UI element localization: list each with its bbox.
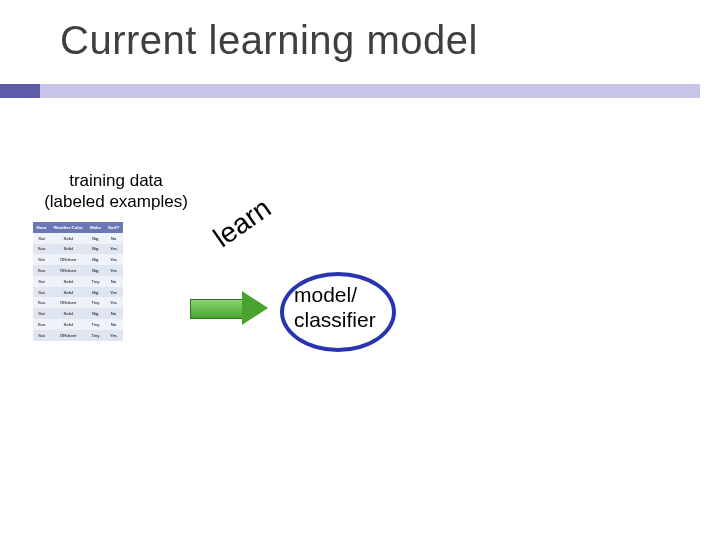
table-cell: Sun <box>33 297 50 308</box>
table-row: SunSolidBigYes <box>33 244 123 255</box>
table-cell: Tiny <box>86 319 104 330</box>
table-cell: Solid <box>50 319 86 330</box>
table-cell: Solid <box>50 244 86 255</box>
learn-label: learn <box>208 192 277 254</box>
table-row: SunOffshoreBigYes <box>33 265 123 276</box>
table-body: SatSolidBigNoSunSolidBigYesSatOffshoreBi… <box>33 233 123 341</box>
table-cell: Tiny <box>86 276 104 287</box>
th-1: Weather Color <box>50 222 86 233</box>
table-cell: Sun <box>33 265 50 276</box>
table-cell: Yes <box>104 254 122 265</box>
table-cell: Sat <box>33 330 50 341</box>
table-cell: Yes <box>104 330 122 341</box>
table-cell: Sat <box>33 254 50 265</box>
table-cell: Big <box>86 233 104 244</box>
table-row: SatSolidBigYes <box>33 287 123 298</box>
training-data-table: Hour Weather Color Wake Surf? SatSolidBi… <box>33 222 123 341</box>
table-cell: Yes <box>104 297 122 308</box>
table-cell: Offshore <box>50 330 86 341</box>
table-row: SatOffshoreBigYes <box>33 254 123 265</box>
table-cell: Offshore <box>50 254 86 265</box>
model-classifier-label: model/ classifier <box>294 283 414 333</box>
training-data-caption: training data (labeled examples) <box>26 170 206 213</box>
th-2: Wake <box>86 222 104 233</box>
table-cell: Big <box>86 308 104 319</box>
title-rule <box>0 84 700 98</box>
title-rule-accent <box>0 84 40 98</box>
table-cell: Big <box>86 254 104 265</box>
table-cell: Sun <box>33 244 50 255</box>
table-cell: Tiny <box>86 297 104 308</box>
th-3: Surf? <box>104 222 122 233</box>
table-row: SatSolidBigNo <box>33 233 123 244</box>
th-0: Hour <box>33 222 50 233</box>
table-cell: Solid <box>50 276 86 287</box>
table-cell: Solid <box>50 287 86 298</box>
table-row: SunOffshoreTinyYes <box>33 297 123 308</box>
arrow-body <box>190 299 244 319</box>
table-cell: Solid <box>50 308 86 319</box>
table-cell: Big <box>86 265 104 276</box>
arrow-icon <box>190 291 270 325</box>
table-cell: Sat <box>33 287 50 298</box>
table-cell: Sun <box>33 319 50 330</box>
table-row: SatSolidTinyNo <box>33 276 123 287</box>
table-cell: No <box>104 308 122 319</box>
table-cell: Sat <box>33 308 50 319</box>
table-row: SunSolidTinyNo <box>33 319 123 330</box>
table-row: SatOffshoreTinyYes <box>33 330 123 341</box>
table-header-row: Hour Weather Color Wake Surf? <box>33 222 123 233</box>
table-cell: Yes <box>104 244 122 255</box>
table-cell: Sat <box>33 233 50 244</box>
table-cell: Tiny <box>86 330 104 341</box>
table-cell: Big <box>86 244 104 255</box>
caption-line2: (labeled examples) <box>44 192 188 211</box>
arrow-head <box>242 291 268 325</box>
table-cell: Sat <box>33 276 50 287</box>
table-row: SatSolidBigNo <box>33 308 123 319</box>
table-cell: No <box>104 276 122 287</box>
table-cell: Yes <box>104 265 122 276</box>
page-title: Current learning model <box>60 18 478 63</box>
table-cell: Offshore <box>50 297 86 308</box>
table-cell: Solid <box>50 233 86 244</box>
slide: Current learning model training data (la… <box>0 0 720 540</box>
table-cell: No <box>104 319 122 330</box>
table-cell: Offshore <box>50 265 86 276</box>
table-cell: Big <box>86 287 104 298</box>
table-cell: Yes <box>104 287 122 298</box>
caption-line1: training data <box>69 171 163 190</box>
model-line1: model/ <box>294 283 357 306</box>
table-cell: No <box>104 233 122 244</box>
model-line2: classifier <box>294 308 376 331</box>
